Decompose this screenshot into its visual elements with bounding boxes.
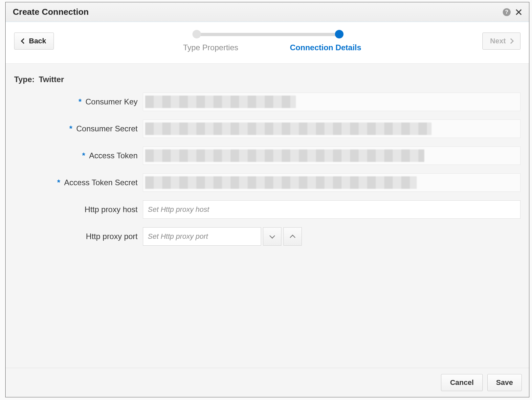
- consumer-secret-input[interactable]: [143, 120, 521, 138]
- form-area: Type: Twitter * Consumer Key * Consumer …: [6, 64, 529, 368]
- required-mark: *: [82, 152, 85, 160]
- wizard-step-dot-1[interactable]: [192, 30, 201, 38]
- chevron-up-icon: [290, 234, 296, 240]
- back-button-label: Back: [29, 37, 46, 45]
- wizard-step-dot-2[interactable]: [335, 30, 344, 38]
- create-connection-dialog: Create Connection ? Back Type Properties…: [5, 2, 529, 397]
- required-mark: *: [57, 179, 60, 187]
- consumer-key-input[interactable]: [143, 93, 521, 111]
- field-access-token-secret: * Access Token Secret: [14, 173, 521, 192]
- help-icon[interactable]: ?: [503, 8, 511, 16]
- dialog-title: Create Connection: [13, 7, 503, 17]
- http-proxy-host-label: Http proxy host: [85, 205, 138, 214]
- wizard-track: [192, 30, 344, 38]
- type-label: Type:: [14, 75, 34, 84]
- type-value: Twitter: [39, 75, 64, 84]
- back-button[interactable]: Back: [14, 33, 54, 50]
- field-consumer-secret: * Consumer Secret: [14, 120, 521, 138]
- wizard-tracker: Type Properties Connection Details: [54, 30, 483, 52]
- consumer-key-label: Consumer Key: [85, 97, 138, 106]
- dialog-titlebar: Create Connection ?: [6, 2, 529, 22]
- http-proxy-port-input[interactable]: [143, 227, 261, 246]
- field-http-proxy-host: Http proxy host: [14, 200, 521, 219]
- access-token-secret-input[interactable]: [143, 173, 521, 192]
- chevron-left-icon: [21, 38, 27, 44]
- field-consumer-key: * Consumer Key: [14, 93, 521, 111]
- access-token-label: Access Token: [89, 151, 138, 160]
- wizard-nav: Back Type Properties Connection Details …: [6, 22, 529, 64]
- port-decrement-button[interactable]: [263, 227, 281, 246]
- required-mark: *: [78, 98, 81, 106]
- access-token-secret-label: Access Token Secret: [64, 178, 138, 187]
- http-proxy-host-input[interactable]: [143, 200, 521, 219]
- http-proxy-port-label: Http proxy port: [86, 232, 138, 241]
- next-button-label: Next: [490, 37, 506, 45]
- port-increment-button[interactable]: [283, 227, 302, 246]
- next-button[interactable]: Next: [482, 33, 521, 50]
- save-button[interactable]: Save: [487, 374, 522, 391]
- close-icon[interactable]: [515, 9, 522, 15]
- field-access-token: * Access Token: [14, 146, 521, 165]
- type-row: Type: Twitter: [14, 75, 521, 84]
- access-token-input[interactable]: [143, 146, 521, 165]
- dialog-footer: Cancel Save: [6, 368, 529, 397]
- wizard-step-label-1[interactable]: Type Properties: [153, 43, 268, 52]
- wizard-step-label-2[interactable]: Connection Details: [268, 43, 383, 52]
- chevron-down-icon: [270, 233, 275, 238]
- chevron-right-icon: [508, 38, 514, 44]
- field-http-proxy-port: Http proxy port: [14, 227, 521, 246]
- required-mark: *: [69, 125, 72, 133]
- cancel-button[interactable]: Cancel: [441, 374, 482, 391]
- consumer-secret-label: Consumer Secret: [76, 124, 138, 133]
